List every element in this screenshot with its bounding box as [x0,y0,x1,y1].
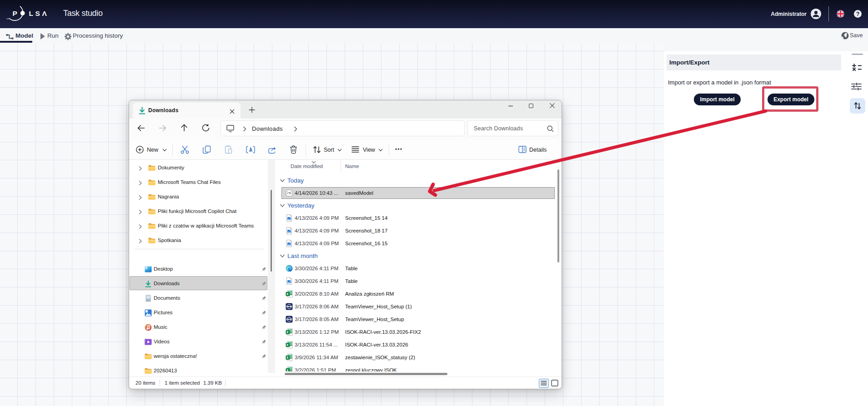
svg-text:A: A [249,147,253,153]
svg-text:L: L [29,10,33,17]
svg-text:S: S [35,10,40,17]
svg-text:?: ? [856,11,860,17]
svg-text:Λ: Λ [42,10,47,17]
svg-text:P: P [13,10,17,17]
